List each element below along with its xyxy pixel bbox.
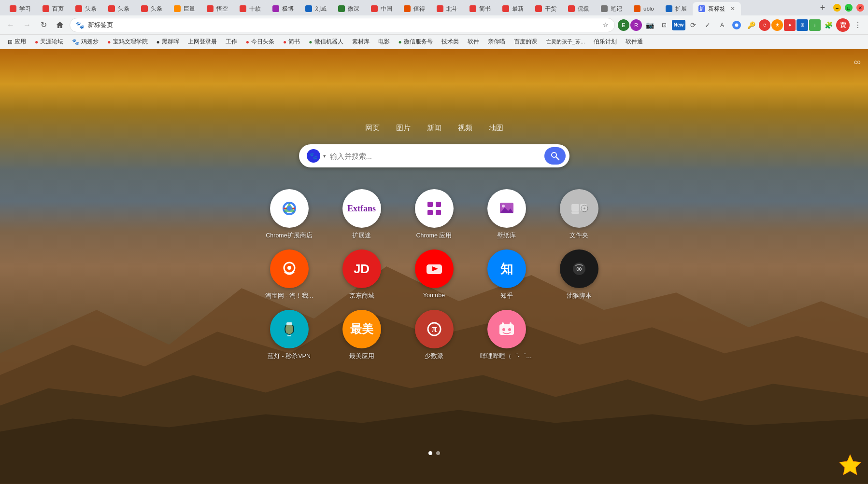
address-bar[interactable]: 🐾 新标签页 ☆	[70, 18, 615, 32]
search-input[interactable]	[330, 152, 544, 160]
nav-image[interactable]: 图片	[395, 122, 412, 135]
title-bar: 学习 百页 头条 头条 头条 巨量	[0, 0, 868, 15]
tab-12[interactable]: 中国	[365, 2, 398, 15]
addon4-icon[interactable]: ⊞	[797, 19, 808, 31]
close-button[interactable]: ✕	[856, 4, 864, 12]
bookmark-sucai[interactable]: 素材库	[348, 36, 373, 47]
app-extfans[interactable]: Extfans 扩展迷	[333, 189, 391, 240]
addon1-icon[interactable]: e	[759, 19, 770, 31]
nav-video[interactable]: 视频	[457, 122, 473, 135]
app-shaoshupai[interactable]: π 少数派	[405, 310, 463, 360]
new-badge-icon[interactable]: New	[672, 20, 685, 30]
user-avatar[interactable]: 贾	[836, 18, 850, 32]
tab-6[interactable]: 巨量	[168, 2, 201, 15]
tab-14[interactable]: 北斗	[431, 2, 464, 15]
tab-7[interactable]: 悟空	[201, 2, 234, 15]
nav-news[interactable]: 新闻	[426, 122, 442, 135]
svg-rect-19	[571, 211, 579, 214]
bookmark-tianya[interactable]: ● 天涯论坛	[31, 36, 67, 47]
sync-icon[interactable]: ⟳	[686, 18, 700, 32]
check-icon[interactable]: ✓	[701, 18, 714, 32]
tab-19[interactable]: 笔记	[595, 2, 628, 15]
maximize-button[interactable]: □	[845, 4, 853, 12]
bookmark-toutiao[interactable]: ● 今日头条	[242, 36, 278, 47]
tab-4[interactable]: 头条	[102, 2, 135, 15]
bookmark-wechat-robot[interactable]: ● 微信机器人	[305, 36, 347, 47]
addon3-icon[interactable]: ●	[784, 19, 796, 31]
search-button[interactable]	[544, 147, 566, 165]
app-bilibili[interactable]: 哔哩哔哩（゜-゜）...	[478, 310, 536, 360]
bookmark-qinnimao[interactable]: 亲你喵	[484, 36, 509, 47]
bookmark-ruanjian[interactable]: 软件通	[622, 36, 647, 47]
app-jd[interactable]: JD 京东商城	[333, 249, 391, 300]
app-lantern[interactable]: 蓝灯 - 秒杀VPN	[260, 310, 318, 360]
tab-15[interactable]: 简书	[464, 2, 497, 15]
bookmark-baojiwen[interactable]: ● 宝鸡文理学院	[103, 36, 151, 47]
bookmark-shangwang[interactable]: 上网登录册	[184, 36, 221, 47]
puzzle-icon[interactable]: 🧩	[822, 18, 835, 32]
bookmark-jichi[interactable]: 🐾 鸡翅炒	[68, 36, 102, 47]
app-tampermonkey[interactable]: ∞ 油猴脚本	[550, 249, 608, 300]
tab-2[interactable]: 百页	[37, 2, 70, 15]
forward-button[interactable]: →	[20, 18, 34, 32]
tab-21[interactable]: 扩展	[660, 2, 693, 15]
app-chrome-app[interactable]: Chrome 应用	[405, 189, 463, 240]
page-dot-2[interactable]	[436, 451, 440, 455]
nav-webpage[interactable]: 网页	[364, 122, 381, 135]
account-icon[interactable]: R	[630, 19, 642, 31]
bookmark-tech[interactable]: 技术类	[438, 36, 463, 47]
password-icon[interactable]: 🔑	[744, 18, 758, 32]
bookmark-apps[interactable]: ⊞ 应用	[4, 36, 30, 47]
tab-9[interactable]: 极博	[267, 2, 299, 15]
tab-11[interactable]: 微课	[332, 2, 365, 15]
new-tab-button[interactable]: +	[816, 1, 829, 14]
screenshot-icon[interactable]: ⊡	[657, 18, 671, 32]
tab-active[interactable]: 新 新标签 ✕	[693, 2, 741, 15]
app-wallpaper[interactable]: 壁纸库	[478, 189, 536, 240]
nav-map[interactable]: 地图	[488, 122, 504, 135]
tab-close-btn[interactable]: ✕	[730, 5, 735, 12]
tab-10[interactable]: 刘威	[299, 2, 332, 15]
tab-16[interactable]: 最新	[497, 2, 529, 15]
tab-18[interactable]: 侃侃	[562, 2, 595, 15]
bookmark-jianshu[interactable]: ● 简书	[279, 36, 304, 47]
taobao-icon	[270, 249, 309, 288]
app-chrome-store[interactable]: Chrome扩展商店	[260, 189, 318, 240]
app-zuimei[interactable]: 最美 最美应用	[333, 310, 391, 360]
app-folder[interactable]: 文件夹	[550, 189, 608, 240]
hei-icon: ●	[157, 39, 160, 45]
extensions-icon[interactable]: E	[618, 19, 629, 31]
tab-17[interactable]: 干货	[529, 2, 562, 15]
tab-1[interactable]: 学习	[4, 2, 37, 15]
bookmark-gongzuo[interactable]: 工作	[222, 36, 241, 47]
bookmark-baidu-course[interactable]: 百度的课	[510, 36, 541, 47]
app-youtube[interactable]: Youtube	[405, 249, 463, 300]
app-zhihu[interactable]: 知 知乎	[478, 249, 536, 300]
feedback-button[interactable]	[840, 454, 861, 477]
cast-icon[interactable]: 📷	[643, 18, 656, 32]
refresh-button[interactable]: ↻	[37, 18, 50, 32]
tab-5[interactable]: 头条	[135, 2, 168, 15]
addon5-icon[interactable]: ↓	[809, 19, 821, 31]
bookmark-software[interactable]: 软件	[464, 36, 483, 47]
settings-icon[interactable]: ∞	[854, 56, 861, 68]
bookmark-bole[interactable]: 伯乐计划	[590, 36, 621, 47]
bookmark-movie[interactable]: 电影	[374, 36, 394, 47]
bookmark-wechat-service[interactable]: ● 微信服务号	[395, 36, 437, 47]
home-button[interactable]	[53, 18, 67, 32]
tab-13[interactable]: 值得	[398, 2, 431, 15]
page-dot-1[interactable]	[428, 451, 432, 455]
bookmark-heiqunhui[interactable]: ● 黑群晖	[153, 36, 183, 47]
tab-3[interactable]: 头条	[70, 2, 102, 15]
tab-20[interactable]: ublo	[628, 2, 660, 15]
minimize-button[interactable]: –	[833, 4, 841, 12]
address-favicon: 🐾	[76, 21, 84, 29]
bookmark-wangling[interactable]: 亡灵的孩子_苏...	[542, 37, 589, 47]
addon2-icon[interactable]: ★	[771, 19, 783, 31]
tab-8[interactable]: 十款	[234, 2, 267, 15]
chrome-icon[interactable]	[730, 18, 743, 32]
app-taobao[interactable]: 淘宝网 - 淘！我...	[260, 249, 318, 300]
menu-button[interactable]: ⋮	[851, 18, 864, 32]
back-button[interactable]: ←	[4, 18, 17, 32]
text-icon[interactable]: A	[715, 18, 729, 32]
